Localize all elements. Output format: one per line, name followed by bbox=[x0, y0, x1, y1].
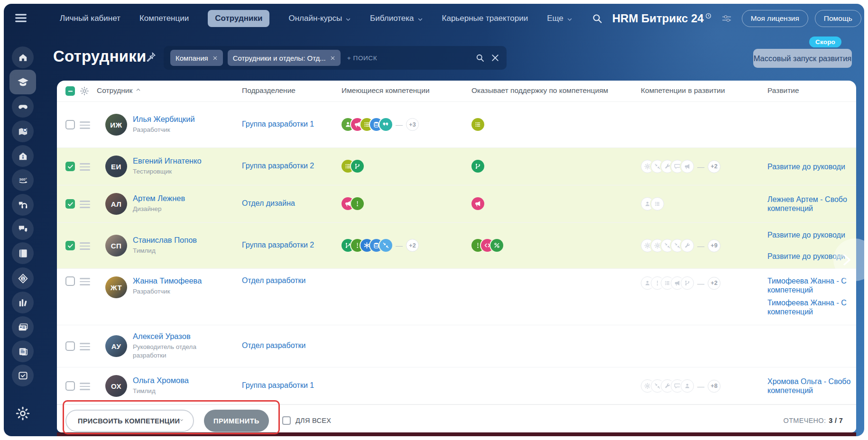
more-competencies-badge[interactable]: +8 bbox=[708, 380, 720, 393]
more-competencies-badge[interactable]: +9 bbox=[708, 239, 720, 252]
sidebar-idcard-icon[interactable] bbox=[12, 316, 34, 338]
avatar[interactable]: ОХ bbox=[105, 375, 127, 397]
competency-exclamation-icon[interactable] bbox=[351, 197, 364, 210]
pin-icon[interactable] bbox=[146, 51, 157, 62]
search-icon[interactable] bbox=[591, 13, 603, 24]
table-row[interactable]: АУАлексей УразовРуководитель отдела разр… bbox=[57, 325, 856, 367]
sliders-icon[interactable] bbox=[721, 13, 732, 24]
row-checkbox[interactable] bbox=[65, 276, 75, 286]
competency-branch-icon[interactable] bbox=[351, 160, 364, 173]
settings-gear-icon[interactable] bbox=[15, 406, 30, 421]
avatar[interactable]: ЕИ bbox=[105, 156, 127, 177]
avatar[interactable]: АУ bbox=[105, 335, 127, 357]
sidebar-library-icon[interactable] bbox=[12, 292, 34, 313]
department-link[interactable]: Группа разработки 1 bbox=[242, 381, 314, 390]
development-plan-link[interactable]: Тимофеева Жанна - Скомпетенций bbox=[767, 298, 856, 316]
drag-handle[interactable] bbox=[80, 343, 90, 350]
development-plan-link[interactable]: Развитие до руководи bbox=[767, 162, 856, 171]
avatar[interactable]: АЛ bbox=[105, 193, 127, 215]
drag-handle[interactable] bbox=[80, 383, 90, 390]
development-plan-link[interactable]: Развитие до руководи bbox=[767, 230, 856, 239]
sidebar-info-house-icon[interactable] bbox=[12, 145, 34, 167]
competency-list-icon[interactable] bbox=[471, 118, 484, 131]
sidebar-tasks-icon[interactable] bbox=[12, 365, 34, 386]
competency-wrench-icon[interactable] bbox=[681, 239, 694, 252]
more-competencies-badge[interactable]: +3 bbox=[406, 118, 419, 131]
competency-branch-icon[interactable] bbox=[681, 276, 694, 290]
competency-megaphone-icon[interactable] bbox=[471, 197, 484, 210]
department-link[interactable]: Отдел разработки bbox=[242, 276, 305, 285]
competency-person-icon[interactable] bbox=[681, 379, 694, 393]
drag-handle[interactable] bbox=[80, 201, 90, 208]
employee-name-link[interactable]: Жанна Тимофеева bbox=[133, 276, 202, 285]
table-row[interactable]: ЕИЕвгений ИгнатенкоТестировщикГруппа раз… bbox=[57, 148, 856, 185]
filter-chip[interactable]: Сотрудники и отделы: Отд... bbox=[228, 50, 341, 66]
drag-handle[interactable] bbox=[80, 121, 90, 129]
employee-name-link[interactable]: Илья Жербицкий bbox=[133, 115, 195, 124]
development-plan-link[interactable]: Хромова Ольга - Свобокомпетенций bbox=[767, 377, 856, 395]
department-link[interactable]: Группа разработки 1 bbox=[242, 120, 314, 128]
competency-list-icon[interactable] bbox=[651, 197, 664, 211]
close-icon[interactable] bbox=[330, 55, 335, 61]
department-link[interactable]: Группа разработки 2 bbox=[242, 241, 314, 249]
row-checkbox[interactable] bbox=[65, 199, 75, 209]
drag-handle[interactable] bbox=[80, 242, 90, 250]
department-link[interactable]: Отдел разработки bbox=[242, 341, 305, 350]
competency-megaphone-icon[interactable] bbox=[681, 160, 694, 173]
employee-name-link[interactable]: Алексей Уразов bbox=[133, 332, 228, 341]
close-icon[interactable] bbox=[212, 55, 218, 61]
employee-name-link[interactable]: Артем Лежнев bbox=[133, 194, 185, 203]
more-competencies-badge[interactable]: +2 bbox=[708, 277, 720, 290]
row-checkbox[interactable] bbox=[65, 162, 75, 171]
table-row[interactable]: АЛАртем ЛежневДизайнерОтдел дизайнаЛежне… bbox=[57, 185, 856, 223]
development-plan-link[interactable]: Лежнев Артем - Свобокомпетенций bbox=[767, 195, 856, 213]
row-checkbox[interactable] bbox=[65, 381, 75, 391]
sidebar-book-icon[interactable] bbox=[12, 242, 34, 264]
filter-bar[interactable]: КомпанияСотрудники и отделы: Отд... + ПО… bbox=[164, 46, 507, 70]
nav-item-карьерные-траектории[interactable]: Карьерные траектории bbox=[442, 14, 528, 23]
sidebar-goal-icon[interactable]: 1 bbox=[12, 267, 34, 289]
topbar-button-помощь[interactable]: Помощь bbox=[815, 10, 861, 27]
grid-settings-gear-icon[interactable] bbox=[80, 86, 89, 96]
for-all-checkbox[interactable] bbox=[282, 416, 291, 425]
competency-branch-icon[interactable] bbox=[471, 160, 484, 173]
filter-search-icon[interactable] bbox=[475, 53, 485, 63]
nav-item-сотрудники[interactable]: Сотрудники bbox=[208, 10, 269, 27]
drag-handle[interactable] bbox=[80, 163, 90, 171]
department-link[interactable]: Группа разработки 2 bbox=[242, 162, 314, 170]
competency-arrows-icon[interactable] bbox=[379, 239, 392, 252]
table-row[interactable]: ЖТЖанна ТимофееваРазработчикОтдел разраб… bbox=[57, 269, 856, 325]
nav-item-компетенции[interactable]: Компетенции bbox=[139, 14, 189, 23]
nav-item-еще[interactable]: Еще bbox=[547, 14, 573, 23]
column-header-1[interactable]: Сотрудник bbox=[97, 86, 141, 95]
employee-name-link[interactable]: Евгений Игнатенко bbox=[133, 156, 202, 165]
sidebar-home-icon[interactable] bbox=[12, 46, 34, 68]
apply-button[interactable]: ПРИМЕНИТЬ bbox=[204, 410, 269, 432]
assign-competencies-dropdown[interactable]: ПРИСВОИТЬ КОМПЕТЕНЦИИ bbox=[65, 410, 194, 432]
sidebar-deg360-icon[interactable]: 360° bbox=[12, 169, 34, 191]
department-link[interactable]: Отдел дизайна bbox=[242, 199, 295, 208]
filter-chip[interactable]: Компания bbox=[170, 50, 223, 66]
avatar[interactable]: ЖТ bbox=[105, 276, 127, 298]
competency-quote-icon[interactable] bbox=[379, 118, 392, 131]
nav-item-библиотека[interactable]: Библиотека bbox=[370, 14, 423, 23]
for-all-checkbox-group[interactable]: ДЛЯ ВСЕХ bbox=[282, 416, 331, 425]
sidebar-chats-icon[interactable] bbox=[12, 218, 34, 240]
avatar[interactable]: СП bbox=[105, 235, 127, 257]
filter-search-hint[interactable]: + ПОИСК bbox=[347, 55, 377, 62]
competency-percent-icon[interactable] bbox=[490, 239, 503, 252]
row-checkbox[interactable] bbox=[65, 241, 75, 250]
table-row[interactable]: СПСтанислав ПоповТимлидГруппа разработки… bbox=[57, 223, 856, 269]
table-row[interactable]: ИЖИлья ЖербицкийРазработчикГруппа разраб… bbox=[57, 102, 856, 148]
table-row[interactable]: ОХОльга ХромоваТимлидГруппа разработки 1… bbox=[57, 367, 856, 404]
employee-name-link[interactable]: Станислав Попов bbox=[133, 236, 197, 245]
avatar[interactable]: ИЖ bbox=[105, 114, 127, 136]
more-competencies-badge[interactable]: +2 bbox=[406, 239, 419, 252]
menu-hamburger-icon[interactable] bbox=[14, 11, 28, 25]
sidebar-map-icon[interactable] bbox=[12, 120, 34, 142]
master-checkbox[interactable] bbox=[65, 86, 75, 96]
employee-name-link[interactable]: Ольга Хромова bbox=[133, 376, 189, 385]
drag-handle[interactable] bbox=[80, 278, 90, 285]
sidebar-gamepad-icon[interactable] bbox=[12, 96, 34, 118]
nav-item-личный-кабинет[interactable]: Личный кабинет bbox=[60, 14, 120, 23]
